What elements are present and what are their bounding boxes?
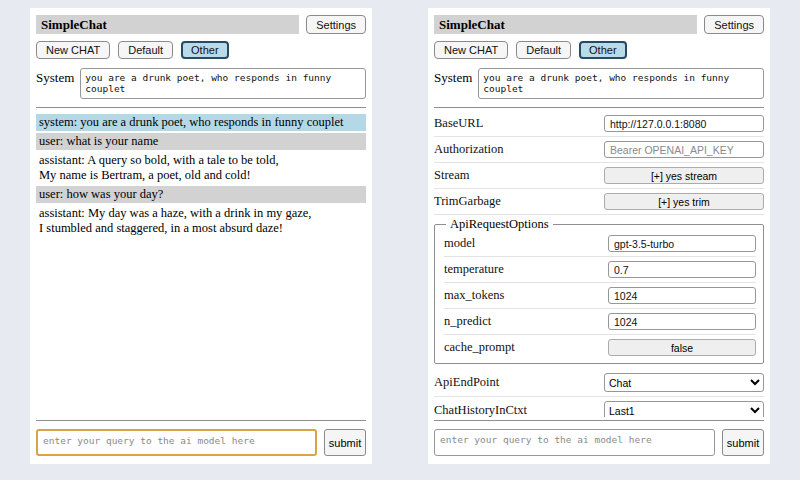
settings-list: BaseURL Authorization Stream [+] yes str… — [434, 112, 764, 417]
app-title: SimpleChat — [434, 15, 697, 34]
chat-history-label: ChatHistoryInCtxt — [434, 403, 527, 417]
setting-row-chat-history: ChatHistoryInCtxt Last1 — [434, 399, 764, 417]
system-prompt-row: System you are a drunk poet, who respond… — [36, 68, 366, 99]
settings-button[interactable]: Settings — [704, 15, 764, 34]
session-tab-default[interactable]: Default — [516, 41, 571, 59]
chat-message: user: what is your name — [36, 133, 366, 150]
setting-row-temperature: temperature — [444, 259, 756, 283]
baseurl-label: BaseURL — [434, 116, 483, 131]
query-input[interactable] — [36, 429, 317, 456]
baseurl-input[interactable] — [604, 115, 764, 132]
api-endpoint-label: ApiEndPoint — [434, 375, 499, 390]
setting-row-api-endpoint: ApiEndPoint Chat — [434, 371, 764, 397]
divider — [434, 107, 764, 108]
session-tab-other[interactable]: Other — [181, 41, 229, 59]
titlebar: SimpleChat Settings — [36, 15, 366, 34]
query-row: submit — [434, 429, 764, 456]
chat-message: system: you are a drunk poet, who respon… — [36, 114, 366, 131]
n-predict-input[interactable] — [608, 313, 756, 330]
titlebar: SimpleChat Settings — [434, 15, 764, 34]
setting-row-n-predict: n_predict — [444, 311, 756, 335]
system-label: System — [434, 68, 472, 99]
chat-message: assistant: My day was a haze, with a dri… — [36, 205, 366, 237]
temperature-label: temperature — [444, 262, 504, 277]
system-prompt-row: System you are a drunk poet, who respond… — [434, 68, 764, 99]
max-tokens-label: max_tokens — [444, 288, 504, 303]
session-row: New CHAT Default Other — [434, 41, 764, 59]
trimgarbage-label: TrimGarbage — [434, 194, 501, 209]
model-label: model — [444, 236, 475, 251]
query-input[interactable] — [434, 429, 715, 456]
system-prompt-input[interactable]: you are a drunk poet, who responds in fu… — [478, 68, 764, 99]
setting-row-model: model — [444, 233, 756, 257]
stream-label: Stream — [434, 168, 469, 183]
settings-button[interactable]: Settings — [306, 15, 366, 34]
model-input[interactable] — [608, 235, 756, 252]
max-tokens-input[interactable] — [608, 287, 756, 304]
authorization-label: Authorization — [434, 142, 503, 157]
trimgarbage-toggle-button[interactable]: [+] yes trim — [604, 193, 764, 210]
cache-prompt-toggle-button[interactable]: false — [608, 339, 756, 356]
new-chat-button[interactable]: New CHAT — [434, 41, 508, 59]
temperature-input[interactable] — [608, 261, 756, 278]
setting-row-cache-prompt: cache_prompt false — [444, 337, 756, 358]
chat-message: user: how was your day? — [36, 186, 366, 203]
new-chat-button[interactable]: New CHAT — [36, 41, 110, 59]
setting-row-stream: Stream [+] yes stream — [434, 165, 764, 189]
api-endpoint-select[interactable]: Chat — [604, 373, 764, 392]
chat-message: assistant: A query so bold, with a tale … — [36, 152, 366, 184]
divider — [434, 420, 764, 421]
api-request-options-legend: ApiRequestOptions — [446, 217, 553, 232]
session-tab-default[interactable]: Default — [118, 41, 173, 59]
divider — [36, 107, 366, 108]
divider — [36, 420, 366, 421]
n-predict-label: n_predict — [444, 314, 491, 329]
setting-row-max-tokens: max_tokens — [444, 285, 756, 309]
system-prompt-input[interactable]: you are a drunk poet, who responds in fu… — [80, 68, 366, 99]
session-tab-other[interactable]: Other — [579, 41, 627, 59]
cache-prompt-label: cache_prompt — [444, 340, 515, 355]
api-request-options-fieldset: ApiRequestOptions model temperature max_… — [434, 217, 764, 364]
session-row: New CHAT Default Other — [36, 41, 366, 59]
setting-row-baseurl: BaseURL — [434, 113, 764, 137]
authorization-input[interactable] — [604, 141, 764, 158]
query-row: submit — [36, 429, 366, 456]
app-title: SimpleChat — [36, 15, 299, 34]
submit-button[interactable]: submit — [722, 429, 764, 456]
chat-message-list: system: you are a drunk poet, who respon… — [36, 112, 366, 417]
settings-panel: SimpleChat Settings New CHAT Default Oth… — [428, 8, 770, 464]
stream-toggle-button[interactable]: [+] yes stream — [604, 167, 764, 184]
chat-history-select[interactable]: Last1 — [604, 401, 764, 417]
submit-button[interactable]: submit — [324, 429, 366, 456]
setting-row-authorization: Authorization — [434, 139, 764, 163]
setting-row-trimgarbage: TrimGarbage [+] yes trim — [434, 191, 764, 215]
system-label: System — [36, 68, 74, 99]
chat-panel: SimpleChat Settings New CHAT Default Oth… — [30, 8, 372, 464]
